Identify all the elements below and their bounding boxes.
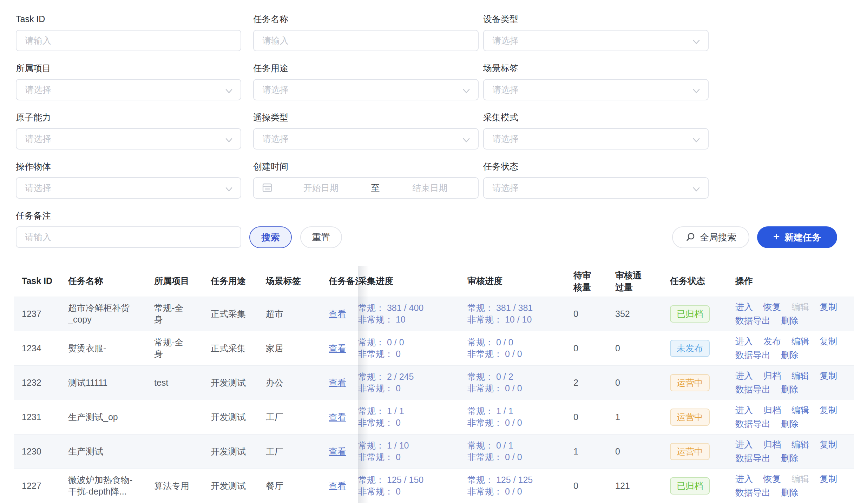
chevron-down-icon	[692, 185, 701, 195]
task-status-select[interactable]: 请选择	[483, 177, 709, 199]
action-link[interactable]: 数据导出	[735, 384, 770, 395]
filter-label: 任务用途	[253, 63, 479, 73]
cell-collect-progress: 常规： 1 / 10非常规： 0	[358, 434, 467, 469]
new-task-button[interactable]: + 新建任务	[757, 226, 837, 248]
cell-review-progress-irregular: 非常规： 0 / 0	[467, 486, 564, 497]
cell-task-name: 生产测试	[68, 434, 154, 469]
chevron-down-icon	[692, 135, 701, 146]
action-link[interactable]: 复制	[820, 336, 837, 347]
cell-remark: 查看	[324, 297, 358, 331]
select-placeholder: 请选择	[484, 84, 708, 95]
atomic-capability-select[interactable]: 请选择	[16, 128, 241, 150]
filter-label: 设备类型	[483, 14, 709, 24]
action-link[interactable]: 进入	[735, 336, 753, 347]
cell-review-progress-regular: 常规： 381 / 381	[467, 302, 564, 314]
cell-approved-count: 1	[614, 400, 670, 434]
view-remark-link[interactable]: 查看	[329, 378, 346, 387]
action-link[interactable]: 编辑	[791, 336, 809, 347]
action-link[interactable]: 进入	[735, 404, 753, 416]
start-date-placeholder: 开始日期	[273, 182, 369, 194]
action-link[interactable]: 删除	[781, 315, 799, 326]
action-link[interactable]: 数据导出	[735, 349, 770, 361]
action-link[interactable]: 编辑	[791, 404, 809, 416]
cell-review-progress-regular: 常规： 0 / 1	[467, 440, 564, 451]
cell-task-status: 运营中	[670, 434, 735, 469]
action-link[interactable]: 复制	[820, 439, 837, 450]
cell-review-progress: 常规： 1 / 1非常规： 0 / 0	[467, 400, 571, 434]
action-link[interactable]: 复制	[820, 301, 837, 313]
select-placeholder: 请选择	[484, 35, 708, 46]
action-link[interactable]: 编辑	[791, 439, 809, 450]
cell-task-id: 1232	[14, 365, 68, 400]
cell-scene-tag: 办公	[266, 365, 324, 400]
view-remark-link[interactable]: 查看	[329, 481, 346, 491]
cell-task-name: 测试11111	[68, 365, 154, 400]
action-link[interactable]: 数据导出	[735, 315, 770, 326]
action-link[interactable]: 进入	[735, 370, 753, 382]
action-link[interactable]: 发布	[763, 336, 781, 347]
action-link[interactable]: 恢复	[763, 301, 781, 313]
view-remark-link[interactable]: 查看	[329, 412, 346, 422]
task-purpose-select[interactable]: 请选择	[253, 79, 479, 100]
operation-object-select[interactable]: 请选择	[16, 177, 241, 199]
action-link[interactable]: 归档	[763, 370, 781, 382]
cell-approved-count: 0	[614, 365, 670, 400]
select-placeholder: 请选择	[484, 133, 708, 145]
action-link[interactable]: 复制	[820, 473, 837, 485]
end-date-placeholder: 结束日期	[382, 182, 478, 194]
scene-tag-select[interactable]: 请选择	[483, 79, 709, 100]
action-link[interactable]: 复制	[820, 404, 837, 416]
filter-field-create-time: 创建时间开始日期至结束日期	[253, 161, 479, 199]
global-search-button[interactable]: 全局搜索	[672, 226, 749, 248]
cell-collect-progress-regular: 常规： 381 / 400	[358, 302, 460, 314]
view-remark-link[interactable]: 查看	[329, 446, 346, 456]
teleop-type-select[interactable]: 请选择	[253, 128, 479, 150]
project-select[interactable]: 请选择	[16, 79, 241, 100]
reset-button[interactable]: 重置	[300, 226, 342, 248]
action-link[interactable]: 归档	[763, 404, 781, 416]
cell-scene-tag: 工厂	[266, 400, 324, 434]
create-time-daterange[interactable]: 开始日期至结束日期	[253, 177, 479, 199]
filter-label: 任务名称	[253, 14, 479, 24]
cell-review-progress-regular: 常规： 1 / 1	[467, 405, 564, 417]
filter-field-teleop-type: 遥操类型请选择	[253, 112, 479, 150]
cell-pending-count: 0	[571, 400, 614, 434]
action-link[interactable]: 数据导出	[735, 418, 770, 430]
action-link[interactable]: 删除	[781, 487, 799, 498]
collection-mode-select[interactable]: 请选择	[483, 128, 709, 150]
action-link[interactable]: 编辑	[791, 370, 809, 382]
action-link[interactable]: 删除	[781, 349, 799, 361]
action-link[interactable]: 删除	[781, 452, 799, 464]
cell-review-progress: 常规： 125 / 125非常规： 0 / 0	[467, 469, 571, 503]
action-link[interactable]: 进入	[735, 301, 753, 313]
cell-collect-progress-regular: 常规： 125 / 150	[358, 474, 460, 486]
task-name-input[interactable]	[253, 30, 479, 51]
action-link[interactable]: 数据导出	[735, 452, 770, 464]
view-remark-link[interactable]: 查看	[329, 343, 346, 353]
action-link[interactable]: 数据导出	[735, 487, 770, 498]
view-remark-link[interactable]: 查看	[329, 309, 346, 319]
cell-collect-progress-regular: 常规： 1 / 10	[358, 440, 460, 451]
cell-review-progress-irregular: 非常规： 0 / 0	[467, 417, 564, 429]
cell-purpose: 开发测试	[211, 434, 266, 469]
action-link[interactable]: 进入	[735, 473, 753, 485]
task-remark-input[interactable]	[16, 226, 241, 248]
task-id-input[interactable]	[16, 30, 241, 51]
action-link[interactable]: 进入	[735, 439, 753, 450]
action-link[interactable]: 删除	[781, 384, 799, 395]
cell-review-progress: 常规： 0 / 1非常规： 0 / 0	[467, 434, 571, 469]
col-task-status: 任务状态	[670, 266, 735, 297]
row-actions: 进入归档编辑复制数据导出删除	[735, 439, 841, 464]
action-link[interactable]: 复制	[820, 370, 837, 382]
device-type-select[interactable]: 请选择	[483, 30, 709, 51]
cell-task-name: 熨烫衣服-	[68, 331, 154, 365]
action-link[interactable]: 归档	[763, 439, 781, 450]
action-link[interactable]: 删除	[781, 418, 799, 430]
filter-field-collection-mode: 采集模式请选择	[483, 112, 709, 150]
action-link[interactable]: 恢复	[763, 473, 781, 485]
col-pending-count: 待审核量	[571, 266, 614, 297]
table-row: 1231生产测试_op开发测试工厂查看常规： 1 / 1非常规： 0常规： 1 …	[14, 400, 854, 434]
cell-pending-count: 0	[571, 297, 614, 331]
search-button[interactable]: 搜索	[249, 226, 292, 248]
chevron-down-icon	[224, 185, 234, 195]
